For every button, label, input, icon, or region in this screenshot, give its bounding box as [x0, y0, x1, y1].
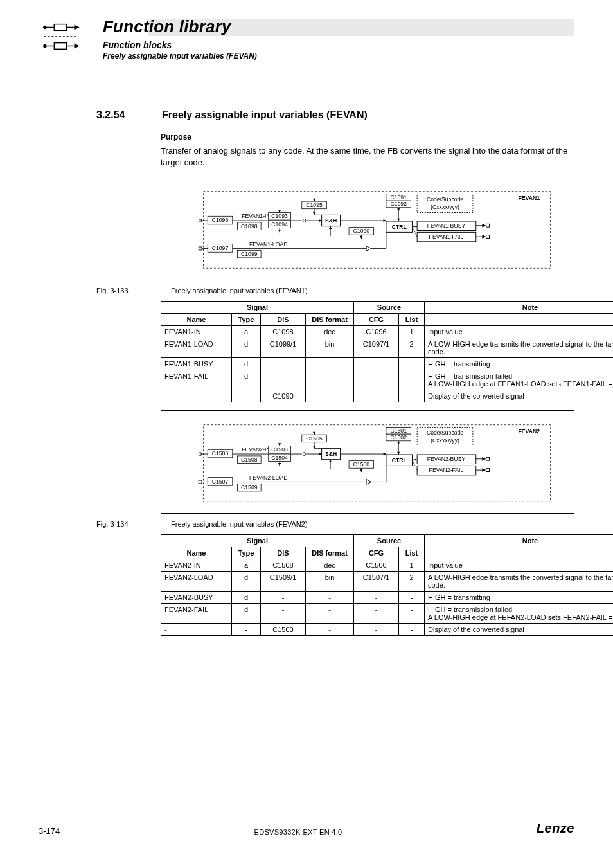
svg-rect-151: [486, 469, 490, 472]
svg-marker-136: [397, 442, 400, 444]
svg-line-154: [412, 460, 417, 470]
svg-text:C1097: C1097: [212, 245, 229, 251]
svg-text:C1095: C1095: [306, 202, 323, 208]
svg-text:C1505: C1505: [306, 435, 323, 442]
svg-text:C1509: C1509: [241, 484, 258, 491]
svg-text:C1090: C1090: [353, 228, 370, 234]
svg-text:C1093: C1093: [271, 213, 288, 219]
svg-text:FEVAN1-IN: FEVAN1-IN: [242, 213, 271, 219]
svg-point-107: [303, 453, 306, 456]
svg-text:C1502: C1502: [390, 434, 407, 440]
svg-text:FEVAN2-BUSY: FEVAN2-BUSY: [427, 456, 466, 462]
svg-text:C1099: C1099: [241, 251, 258, 257]
purpose-text: Transfer of analog signals to any code. …: [161, 145, 574, 168]
page-number: 3-174: [39, 826, 60, 836]
page-sub-subtitle: Freely assignable input variables (FEVAN…: [103, 51, 257, 60]
svg-point-0: [44, 26, 46, 29]
svg-text:C1504: C1504: [271, 455, 288, 461]
section-title: Freely assignable input variables (FEVAN…: [162, 109, 368, 121]
svg-rect-8: [54, 43, 66, 50]
svg-marker-30: [278, 230, 281, 232]
svg-text:FEVAN1-LOAD: FEVAN1-LOAD: [249, 241, 288, 248]
svg-text:C1507: C1507: [212, 478, 229, 485]
purpose-heading: Purpose: [161, 132, 574, 141]
svg-point-28: [303, 219, 306, 222]
fig133-label: Fig. 3-133: [96, 287, 154, 294]
svg-point-6: [44, 45, 46, 48]
svg-text:FEVAN2-LOAD: FEVAN2-LOAD: [249, 475, 288, 481]
svg-marker-89: [329, 226, 332, 229]
svg-marker-111: [319, 453, 321, 455]
table-row: FEVAN2-FAILd----HIGH = transmission fail…: [161, 604, 614, 624]
svg-marker-163: [366, 480, 371, 485]
svg-marker-32: [319, 219, 321, 222]
svg-text:Code/Subcode: Code/Subcode: [427, 196, 463, 203]
table-row: FEVAN1-BUSYd----HIGH = transmitting: [161, 358, 614, 370]
svg-marker-26: [278, 210, 281, 212]
svg-text:FEVAN2-FAIL: FEVAN2-FAIL: [429, 467, 464, 473]
svg-text:FEVAN1: FEVAN1: [519, 195, 540, 201]
svg-marker-38: [313, 212, 315, 215]
svg-marker-57: [397, 208, 400, 211]
svg-rect-69: [486, 224, 490, 227]
table-row: FEVAN2-BUSYd----HIGH = transmitting: [161, 592, 614, 604]
svg-text:C1508: C1508: [241, 457, 258, 463]
svg-marker-70: [482, 224, 486, 228]
svg-text:C1506: C1506: [212, 451, 229, 457]
svg-text:S&H: S&H: [325, 217, 337, 224]
svg-text:C1092: C1092: [390, 201, 407, 207]
svg-marker-109: [278, 463, 281, 466]
table-row: FEVAN2-LOADdC1509/1binC1507/12A LOW-HIGH…: [161, 572, 614, 592]
table-fevan2: Signal Source Note Name Type DIS DIS for…: [161, 534, 613, 636]
svg-marker-105: [278, 443, 281, 446]
svg-text:CTRL: CTRL: [392, 224, 407, 230]
table-row: FEVAN1-FAILd----HIGH = transmission fail…: [161, 370, 614, 390]
svg-rect-76: [199, 247, 202, 250]
svg-text:FEVAN2: FEVAN2: [519, 428, 540, 435]
svg-text:S&H: S&H: [325, 451, 337, 457]
doc-id: EDSVS9332K-EXT EN 4.0: [254, 828, 342, 836]
fig134-caption: Freely assignable input variables (FEVAN…: [171, 520, 308, 528]
brand-logo: Lenze: [537, 821, 574, 836]
figure-fevan1: FEVAN1C1096FEVAN1-INC1098C1093C1094S&HC1…: [161, 177, 574, 280]
svg-text:(Cxxxx/yyy): (Cxxxx/yyy): [431, 437, 459, 444]
svg-marker-141: [397, 452, 400, 455]
svg-marker-4: [75, 26, 78, 30]
svg-line-75: [412, 227, 417, 237]
svg-marker-10: [75, 44, 78, 48]
svg-text:C1098: C1098: [241, 223, 258, 230]
svg-rect-148: [486, 457, 490, 460]
svg-text:(Cxxxx/yyy): (Cxxxx/yyy): [431, 204, 459, 210]
svg-rect-155: [199, 480, 202, 484]
fig133-caption: Freely assignable input variables (FEVAN…: [171, 287, 308, 294]
table-row: FEVAN2-INaC1508decC15061Input value: [161, 559, 614, 572]
svg-marker-62: [397, 219, 400, 221]
svg-text:C1094: C1094: [271, 221, 288, 228]
svg-rect-72: [486, 235, 490, 239]
svg-text:FEVAN2-IN: FEVAN2-IN: [242, 446, 271, 453]
svg-marker-168: [329, 460, 332, 462]
svg-text:C1091: C1091: [390, 194, 407, 201]
table-fevan1: Signal Source Note Name Type DIS DIS for…: [161, 301, 613, 402]
svg-text:CTRL: CTRL: [392, 457, 407, 464]
svg-rect-2: [54, 24, 66, 31]
svg-marker-152: [482, 468, 486, 472]
svg-marker-117: [313, 446, 315, 448]
svg-text:FEVAN1-FAIL: FEVAN1-FAIL: [429, 233, 464, 240]
svg-text:C1503: C1503: [271, 446, 288, 453]
svg-text:Code/Subcode: Code/Subcode: [427, 429, 463, 436]
svg-marker-41: [313, 199, 315, 201]
header-icon: [39, 17, 82, 55]
fig134-label: Fig. 3-134: [96, 520, 154, 528]
svg-marker-46: [360, 236, 362, 239]
svg-text:C1500: C1500: [353, 461, 370, 467]
table-row: --C1090---Display of the converted signa…: [161, 390, 614, 402]
table-row: --C1500---Display of the converted signa…: [161, 624, 614, 636]
svg-text:C1096: C1096: [212, 217, 229, 224]
svg-marker-120: [313, 432, 315, 435]
svg-marker-129: [384, 453, 386, 455]
table-row: FEVAN1-LOADdC1099/1binC1097/12A LOW-HIGH…: [161, 338, 614, 358]
svg-marker-84: [366, 246, 371, 251]
svg-marker-50: [384, 219, 386, 222]
svg-marker-73: [482, 235, 486, 239]
